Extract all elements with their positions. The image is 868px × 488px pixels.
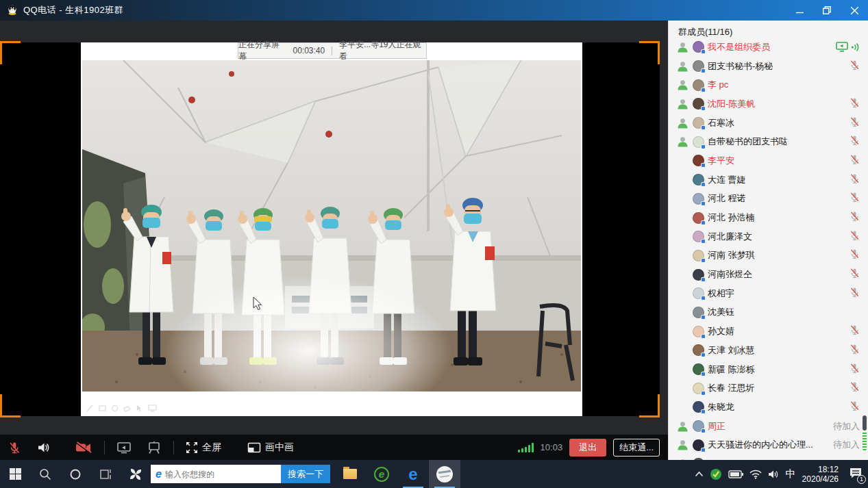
close-button[interactable] [841,0,868,21]
restore-button[interactable] [813,0,841,21]
member-waiting-label: 待加入 [833,439,860,451]
taskbar-clock[interactable]: 18:12 2020/4/26 [802,465,839,484]
member-row[interactable]: 天天骚进你的内心的心理... [669,435,868,454]
exit-button[interactable]: 退出 [569,439,606,457]
member-avatar [693,79,704,91]
member-mic-muted-icon [850,400,860,414]
member-row[interactable]: 石寒冰 [669,114,868,133]
taskbar-search-box[interactable]: e [151,465,281,483]
member-row[interactable]: 河北 程诺 [669,190,868,209]
pinwheel-app-icon[interactable] [121,460,151,488]
member-avatar [693,212,704,224]
call-duration: 10:03 [541,442,563,452]
member-row[interactable]: 河南张煜仝 [669,265,868,284]
fullscreen-button[interactable]: 全屏 [178,435,229,460]
member-row[interactable]: 李平安 [669,151,868,170]
member-row[interactable]: 我不是组织委员 [669,38,868,57]
member-row[interactable]: 河南 张梦琪 [669,246,868,266]
edge-browser-icon[interactable]: e [397,460,429,488]
member-mic-muted-icon [850,363,860,376]
member-name: 朱晓龙 [708,401,734,413]
device-badge [701,409,706,414]
antivirus-tray-icon[interactable] [710,468,722,480]
device-badge [701,315,706,320]
member-mic-muted-icon [850,211,860,224]
mic-mute-button[interactable] [0,435,29,460]
device-badge [701,106,706,111]
member-row[interactable]: 沈阳-陈美帆 [669,94,868,114]
taskbar-search-icon[interactable] [30,460,60,488]
member-row[interactable]: 河北廉泽文 [669,227,868,246]
member-online-icon [677,42,689,53]
file-explorer-icon[interactable] [334,460,366,488]
member-row[interactable]: 天津 刘冰慧 [669,341,868,360]
share-corner-marker [639,394,660,418]
member-row[interactable]: 自带秘书的团支书哒 [669,132,868,151]
camera-mute-button[interactable] [67,435,100,460]
sidebar-scrollbar[interactable] [863,415,867,450]
member-row[interactable]: 新疆 陈澎栎 [669,360,868,379]
member-row[interactable]: 大连 曹婕 [669,170,868,190]
wifi-icon[interactable] [749,470,762,479]
member-row[interactable]: 孙文婧 [669,322,868,341]
green-browser-icon[interactable]: e [366,460,397,488]
ellipse-icon [111,404,119,412]
device-badge [701,239,706,244]
scrollbar-thumb[interactable] [863,415,867,431]
member-mic-muted-icon [850,116,860,130]
end-call-button[interactable]: 结束通... [613,439,660,457]
member-row[interactable] [669,454,868,460]
member-row[interactable]: 团支书秘书-杨秘 [669,57,868,76]
task-view-icon[interactable] [90,460,121,488]
rectangle-icon [99,404,106,412]
action-center-icon[interactable]: 1 [849,467,863,482]
member-avatar [693,41,704,53]
device-badge [701,296,706,300]
device-badge [701,258,706,263]
search-input[interactable] [165,470,281,479]
speaker-button[interactable] [29,435,58,460]
member-online-icon [677,136,689,147]
member-row[interactable]: 河北 孙浩楠 [669,208,868,227]
member-online-icon [677,439,689,450]
window-titlebar: QQ电话 - 生科1902班群 [0,0,868,21]
member-online-icon [677,61,689,72]
device-badge [701,391,706,396]
share-screen-button[interactable] [109,435,139,460]
ime-indicator[interactable]: 中 [786,467,796,480]
member-avatar [693,439,704,451]
cursor-tool-icon [136,404,143,412]
qq-taskbar-icon[interactable] [429,460,460,488]
system-tray: 中 18:12 2020/4/26 1 [695,460,863,488]
device-badge [701,352,706,357]
member-row[interactable]: 权相宇 [669,284,868,303]
toolbar-divider [104,441,105,454]
volume-icon[interactable] [768,470,780,479]
pip-button[interactable]: 画中画 [240,435,301,460]
monitor-tool-icon [148,404,157,412]
qq-logo-icon [7,5,18,16]
sharing-duration: 00:03:40 [293,46,325,55]
member-avatar [693,98,704,110]
start-button[interactable] [0,460,30,488]
member-avatar [693,250,704,261]
device-badge [701,448,706,452]
member-row[interactable]: 长春 汪思圻 [669,378,868,398]
search-go-button[interactable]: 搜索一下 [281,465,330,483]
member-mic-muted-icon [850,173,860,187]
member-row[interactable]: 周正 [669,417,868,436]
annotation-toolbar[interactable] [86,404,157,412]
member-row[interactable]: 沈美钰 [669,303,868,322]
pen-icon [86,404,94,412]
member-row[interactable]: 朱晓龙 [669,398,868,417]
member-row[interactable]: 李 pc [669,75,868,94]
sharing-viewers: 李平安...等19人正在观看 [339,39,426,62]
pip-label: 画中画 [265,441,294,454]
cortana-icon[interactable] [60,460,90,488]
battery-icon[interactable] [728,470,743,478]
minimize-button[interactable] [786,0,813,21]
whiteboard-button[interactable] [139,435,169,460]
shared-photo [82,60,581,391]
share-corner-marker [0,41,21,64]
tray-expand-icon[interactable] [695,471,704,477]
